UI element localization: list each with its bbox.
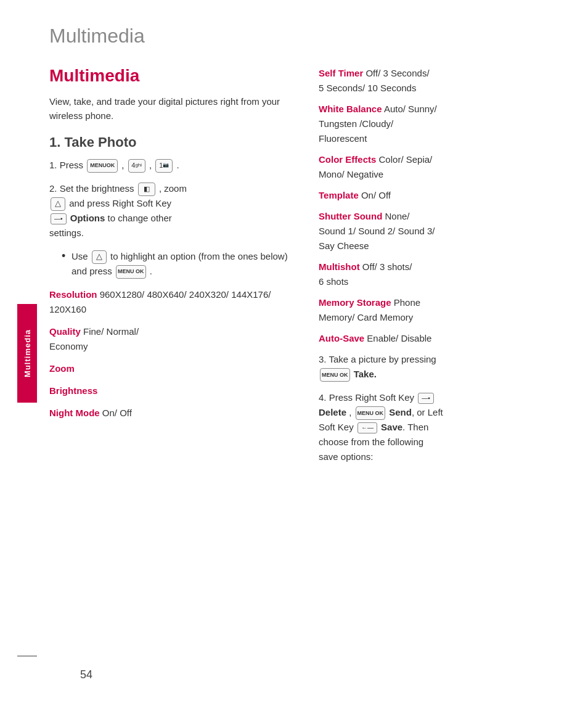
- step4-soft-key: Soft Key: [319, 422, 356, 432]
- auto-save-option: Auto-Save Enable/ Disable: [319, 331, 570, 346]
- bullet1-use: Use: [71, 251, 91, 261]
- step1-text: 1. Press: [49, 160, 86, 170]
- step4-choose: choose from the following: [319, 437, 423, 447]
- step-2: 2. Set the brightness ◧ , zoom △ and pre…: [49, 181, 300, 240]
- quality-label: Quality: [49, 326, 81, 337]
- step4-delete: Delete: [319, 407, 346, 417]
- step4-comma: ,: [349, 407, 354, 417]
- brightness-icon: ◧: [138, 183, 155, 196]
- main-content: Multimedia Multimedia View, take, and tr…: [37, 0, 588, 706]
- step2-press: and press Right Soft Key: [69, 198, 171, 208]
- memory-storage-option: Memory Storage PhoneMemory/ Card Memory: [319, 295, 570, 325]
- step2-prefix: 2. Set the brightness: [49, 183, 137, 194]
- step1-period: .: [176, 160, 179, 170]
- sidebar-label: Multimedia: [23, 329, 32, 377]
- multishot-option: Multishot Off/ 3 shots/6 shots: [319, 260, 570, 289]
- right-soft-key-icon-2: —▪: [418, 393, 434, 404]
- step4-send: Send, or Left: [389, 407, 443, 417]
- menu-ok-icon-3: MENU OK: [320, 368, 350, 382]
- page-header-title: Multimedia: [49, 25, 570, 47]
- step1-comma2: ,: [149, 160, 154, 170]
- self-timer-label: Self Timer: [319, 68, 363, 78]
- white-balance-label: White Balance: [319, 104, 382, 114]
- step3-bold: Take.: [354, 369, 377, 379]
- night-mode-value: On/ Off: [102, 408, 132, 418]
- step2-settings: settings.: [49, 228, 84, 238]
- multimedia-section-title: Multimedia: [49, 66, 300, 86]
- step2-options-label: Options to change other: [70, 213, 172, 223]
- multimedia-intro: View, take, and trade your digital pictu…: [49, 94, 300, 123]
- page-number: 54: [80, 668, 92, 681]
- step4-prefix: 4. Press Right Soft Key: [319, 392, 417, 403]
- color-effects-label: Color Effects: [319, 154, 376, 165]
- step-4: 4. Press Right Soft Key —▪ Delete , MENU…: [319, 390, 570, 464]
- zoom-label: Zoom: [49, 363, 75, 374]
- white-balance-option: White Balance Auto/ Sunny/Tungsten /Clou…: [319, 102, 570, 146]
- step-3: 3. Take a picture by pressing MENU OK Ta…: [319, 352, 570, 382]
- sidebar-tab: Multimedia: [17, 304, 37, 403]
- bullet-list: Use △ to highlight an option (from the o…: [62, 249, 300, 279]
- step2-zoom: , zoom: [159, 183, 187, 194]
- nav-icon: △: [92, 250, 107, 264]
- template-label: Template: [319, 190, 359, 200]
- multishot-label: Multishot: [319, 261, 360, 272]
- auto-save-value: Enable/ Disable: [367, 333, 431, 343]
- step1-comma1: ,: [121, 160, 126, 170]
- auto-save-label: Auto-Save: [319, 333, 364, 343]
- menu-ok-icon-4: MENU OK: [356, 406, 386, 420]
- left-column: Multimedia View, take, and trade your di…: [49, 66, 300, 473]
- brightness-label: Brightness: [49, 385, 97, 396]
- template-value: On/ Off: [361, 190, 391, 200]
- zoom-icon: △: [51, 197, 65, 211]
- shutter-sound-label: Shutter Sound: [319, 211, 382, 221]
- shutter-sound-option: Shutter Sound None/Sound 1/ Sound 2/ Sou…: [319, 209, 570, 253]
- right-column: Self Timer Off/ 3 Seconds/5 Seconds/ 10 …: [319, 66, 570, 473]
- left-soft-key-icon: ←—: [357, 422, 377, 433]
- menu-ok-icon-2: MENU OK: [116, 265, 146, 279]
- right-soft-key-icon: —▪: [51, 213, 67, 224]
- night-mode-option: Night Mode On/ Off: [49, 406, 300, 421]
- menu-ok-icon-1: MENUOK: [87, 159, 118, 173]
- night-mode-label: Night Mode: [49, 408, 100, 418]
- take-photo-title: 1. Take Photo: [49, 134, 300, 150]
- color-effects-option: Color Effects Color/ Sepia/Mono/ Negativ…: [319, 152, 570, 182]
- 4ghi-icon: 4ghi: [128, 159, 145, 173]
- self-timer-option: Self Timer Off/ 3 Seconds/5 Seconds/ 10 …: [319, 66, 570, 96]
- bullet-item-1: Use △ to highlight an option (from the o…: [62, 249, 300, 279]
- resolution-label: Resolution: [49, 289, 97, 300]
- step4-save-options: save options:: [319, 451, 373, 462]
- memory-storage-label: Memory Storage: [319, 297, 391, 308]
- step4-save: Save. Then: [381, 422, 428, 432]
- template-option: Template On/ Off: [319, 188, 570, 203]
- resolution-option: Resolution 960X1280/ 480X640/ 240X320/ 1…: [49, 287, 300, 317]
- step-1: 1. Press MENUOK , 4ghi , 1📷 .: [49, 158, 300, 173]
- quality-option: Quality Fine/ Normal/Economy: [49, 324, 300, 354]
- bullet1-period: .: [150, 266, 152, 276]
- step3-prefix: 3. Take a picture by pressing: [319, 354, 436, 364]
- brightness-option: Brightness: [49, 384, 300, 398]
- zoom-option: Zoom: [49, 361, 300, 376]
- sidebar: Multimedia: [0, 0, 37, 706]
- 1-icon: 1📷: [155, 159, 173, 173]
- sidebar-line: [17, 655, 37, 657]
